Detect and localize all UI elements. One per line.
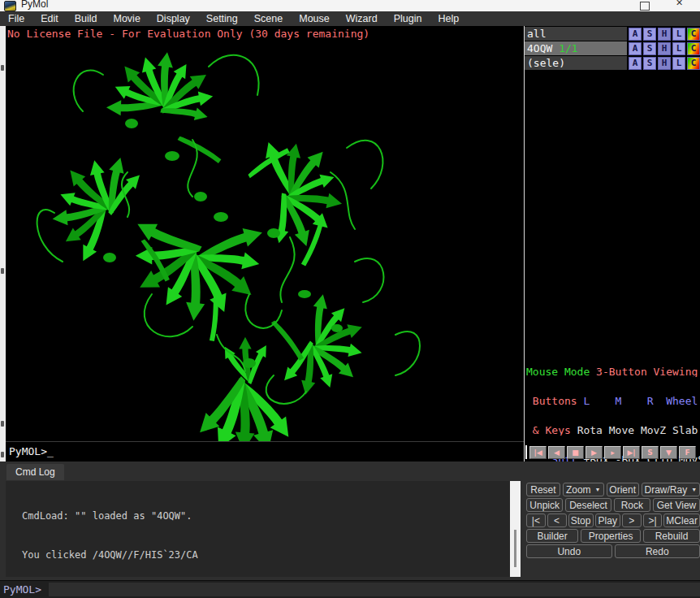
movie-start-button[interactable]: |< <box>526 514 546 527</box>
caret-down-icon: ▼ <box>595 487 601 492</box>
menu-build[interactable]: Build <box>67 11 106 26</box>
show-button-s[interactable]: S <box>643 28 656 41</box>
app-icon <box>4 1 16 11</box>
window-title: PyMol <box>21 0 48 10</box>
label-button-l[interactable]: L <box>672 42 685 55</box>
unpick-button[interactable]: Unpick <box>526 498 563 512</box>
rebuild-button[interactable]: Rebuild <box>643 529 700 543</box>
hide-button-h[interactable]: H <box>658 42 671 55</box>
caret-down-icon[interactable]: ▼ <box>660 446 677 459</box>
color-button-c[interactable]: C <box>687 57 700 70</box>
log-line: CmdLoad: "" loaded as "4OQW". <box>22 509 510 522</box>
command-log: CmdLoad: "" loaded as "4OQW". You clicke… <box>6 481 510 577</box>
orient-button[interactable]: Orient <box>607 483 639 496</box>
log-scrollbar-thumb[interactable] <box>514 530 516 567</box>
movie-end-button[interactable]: >| <box>643 514 663 527</box>
object-label-all[interactable]: all <box>525 27 627 41</box>
get-view-button[interactable]: Get View <box>653 498 700 512</box>
fastforward-button[interactable]: ▶| <box>623 446 640 459</box>
menu-wizard[interactable]: Wizard <box>338 11 386 26</box>
edge-artifact <box>1 268 4 274</box>
play-icon[interactable]: ▶ <box>585 446 603 459</box>
stop-icon[interactable]: ■ <box>567 446 584 459</box>
label-button-l[interactable]: L <box>672 28 685 41</box>
movie-back-button[interactable]: < <box>547 514 567 527</box>
menu-movie[interactable]: Movie <box>106 11 149 26</box>
bottom-command-bar: PyMOL> <box>0 580 700 598</box>
menu-edit[interactable]: Edit <box>32 11 67 26</box>
mclear-button[interactable]: MClear <box>663 514 700 527</box>
panel-divider <box>525 445 527 459</box>
title-bar: PyMol ✕ <box>0 0 700 11</box>
log-line: You clicked /4OQW//F/HIS`23/CA <box>22 548 510 561</box>
log-scrollbar[interactable] <box>510 481 521 577</box>
menu-setting[interactable]: Setting <box>198 11 246 26</box>
undo-button[interactable]: Undo <box>526 544 612 558</box>
builder-button[interactable]: Builder <box>526 529 578 543</box>
menu-display[interactable]: Display <box>149 11 198 26</box>
rewind-button[interactable]: |◀ <box>529 446 547 459</box>
movie-controls: |◀ ◀ ■ ▶ ▸ ▶| S ▼ F <box>525 445 700 459</box>
draw-ray-dropdown[interactable]: Draw/Ray▼ <box>642 483 700 496</box>
menu-bar: File Edit Build Movie Display Setting Sc… <box>0 11 700 26</box>
object-label-sele[interactable]: (sele) <box>525 56 627 70</box>
viewport-3d[interactable]: No License File - For Evaluation Only (3… <box>6 26 524 441</box>
show-button-s[interactable]: S <box>643 57 656 70</box>
movie-forward-button[interactable]: > <box>622 514 642 527</box>
show-button-s[interactable]: S <box>643 42 656 55</box>
reset-button[interactable]: Reset <box>526 483 560 496</box>
object-row-4oqw: 4OQW 1/1 A S H L C <box>525 41 700 55</box>
internal-prompt-row[interactable]: PyMOL>_ <box>6 441 524 462</box>
color-button-c[interactable]: C <box>687 42 700 55</box>
object-row-sele: (sele) A S H L C <box>525 56 700 70</box>
movie-play-button[interactable]: Play <box>595 514 620 527</box>
command-input[interactable] <box>49 583 700 596</box>
fullscreen-button[interactable]: F <box>679 446 696 459</box>
caret-down-icon: ▼ <box>691 487 697 492</box>
external-gui: Cmd Log CmdLoad: "" loaded as "4OQW". Yo… <box>0 462 700 580</box>
label-button-l[interactable]: L <box>672 57 685 70</box>
object-panel: all A S H L C 4OQW 1/1 A S H L C (sele) … <box>524 26 700 462</box>
edge-artifact <box>1 452 4 457</box>
object-label-4oqw[interactable]: 4OQW 1/1 <box>525 41 627 55</box>
menu-plugin[interactable]: Plugin <box>386 11 430 26</box>
mouse-buttons-header: Buttons L M R Wheel <box>526 396 700 406</box>
internal-prompt[interactable]: PyMOL>_ <box>9 445 54 457</box>
pymol-window: PyMol ✕ File Edit Build Movie Display Se… <box>0 0 700 598</box>
hide-button-h[interactable]: H <box>658 28 671 41</box>
rock-button[interactable]: Rock <box>614 498 650 512</box>
color-button-c[interactable]: C <box>687 28 700 41</box>
prompt-label: PyMOL> <box>3 581 41 598</box>
action-button-a[interactable]: A <box>629 42 642 55</box>
control-button-panel: Reset Zoom▼ Orient Draw/Ray▼ Unpick Dese… <box>526 483 700 560</box>
object-row-all: all A S H L C <box>525 27 700 41</box>
redo-button[interactable]: Redo <box>615 544 700 558</box>
hide-button-h[interactable]: H <box>658 57 671 70</box>
protein-structure[interactable] <box>6 26 524 441</box>
action-button-a[interactable]: A <box>629 57 642 70</box>
menu-mouse[interactable]: Mouse <box>291 11 338 26</box>
license-notice: No License File - For Evaluation Only (3… <box>7 28 369 40</box>
action-button-a[interactable]: A <box>629 28 642 41</box>
tab-cmd-log[interactable]: Cmd Log <box>6 464 64 480</box>
maximize-button[interactable] <box>640 2 650 11</box>
close-button[interactable]: ✕ <box>676 0 683 8</box>
movie-stop-button[interactable]: Stop <box>568 514 594 527</box>
back-button[interactable]: ◀ <box>548 446 565 459</box>
deselect-button[interactable]: Deselect <box>565 498 611 512</box>
menu-scene[interactable]: Scene <box>246 11 291 26</box>
edge-artifact <box>1 65 4 71</box>
scene-button[interactable]: S <box>642 446 659 459</box>
menu-file[interactable]: File <box>0 11 32 26</box>
edge-artifact <box>1 421 4 427</box>
menu-help[interactable]: Help <box>430 11 467 26</box>
forward-button[interactable]: ▸ <box>604 446 621 459</box>
zoom-dropdown[interactable]: Zoom▼ <box>563 483 604 496</box>
properties-button[interactable]: Properties <box>581 529 641 543</box>
mouse-mode-line[interactable]: Mouse Mode 3-Button Viewing <box>526 367 700 377</box>
mouse-keys-row: & Keys Rota Move MovZ Slab <box>526 426 700 436</box>
